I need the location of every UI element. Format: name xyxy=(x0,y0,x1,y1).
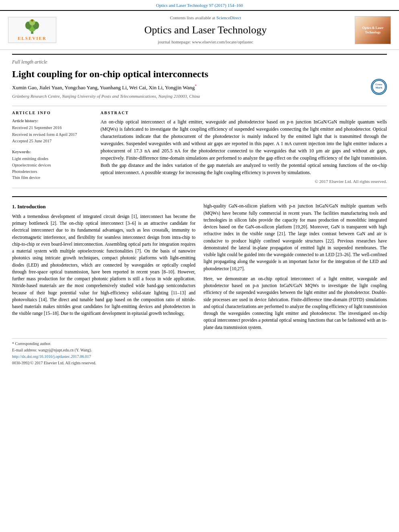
citation-text: Optics and Laser Technology 97 (2017) 15… xyxy=(156,3,243,8)
elsevier-logo: ELSEVIER xyxy=(8,17,56,43)
doi-link[interactable]: http://dx.doi.org/10.1016/j.optlastec.20… xyxy=(12,354,91,359)
corresponding-footnote: * Corresponding author. xyxy=(12,341,387,347)
abstract-section: ABSTRACT An on-chip optical interconnect… xyxy=(101,110,387,185)
journal-title: Optics and Laser Technology xyxy=(56,23,355,37)
article-type: Full length article xyxy=(12,54,387,67)
keywords-label: Keywords: xyxy=(12,149,93,155)
kw-3: Photodetectors xyxy=(12,169,93,175)
footnote-area: * Corresponding author. E-mail address: … xyxy=(12,338,387,366)
journal-center-info: Contents lists available at ScienceDirec… xyxy=(56,15,355,45)
accepted-date: Accepted 25 June 2017 xyxy=(12,138,93,144)
body-col-left: 1. Introduction With a tremendous develo… xyxy=(12,203,195,334)
authors-list: Xumin Gao, Jialei Yuan, Yongchao Yang, Y… xyxy=(12,83,365,92)
body-col-right: high-quality GaN-on-silicon platform wit… xyxy=(204,203,387,334)
email-footnote: E-mail address: wangyj@njupt.edu.cn (Y. … xyxy=(12,347,387,353)
divider-2 xyxy=(12,188,387,188)
journal-homepage: journal homepage: www.elsevier.com/locat… xyxy=(56,39,355,45)
copyright-line: © 2017 Elsevier Ltd. All rights reserved… xyxy=(101,179,387,185)
svg-text:Mark: Mark xyxy=(375,86,382,89)
received-date: Received 21 September 2016 xyxy=(12,125,93,131)
abstract-label: ABSTRACT xyxy=(101,110,387,116)
sciencedirect-link[interactable]: ScienceDirect xyxy=(216,15,241,20)
divider-1 xyxy=(12,106,387,106)
intro-col2-para1: high-quality GaN-on-silicon platform wit… xyxy=(204,203,387,272)
cover-label: Optics & LaserTechnology xyxy=(361,24,385,36)
article-title: Light coupling for on-chip optical inter… xyxy=(12,68,365,80)
abstract-text: An on-chip optical interconnect of a lig… xyxy=(101,118,387,176)
crossmark-badge: Cross Mark xyxy=(371,79,387,95)
kw-4: Thin film device xyxy=(12,175,93,181)
journal-citation: Optics and Laser Technology 97 (2017) 15… xyxy=(0,0,399,10)
intro-col2-para2: Here, we demonstrate an on-chip optical … xyxy=(204,275,387,331)
issn-line: 0030-3992/© 2017 Elsevier Ltd. All right… xyxy=(12,360,387,366)
article-history-title: Article history: xyxy=(12,118,93,124)
article-info-section: ARTICLE INFO Article history: Received 2… xyxy=(12,110,93,185)
abstract-body: An on-chip optical interconnect of a lig… xyxy=(101,118,387,176)
article-header: Full length article Light coupling for o… xyxy=(12,54,387,103)
main-body: 1. Introduction With a tremendous develo… xyxy=(12,196,387,334)
article-content: Full length article Light coupling for o… xyxy=(0,54,399,366)
crossmark-container: Cross Mark xyxy=(371,79,387,95)
revised-date: Received in revised form 4 April 2017 xyxy=(12,132,93,138)
svg-text:Cross: Cross xyxy=(376,83,383,86)
kw-1: Light emitting diodes xyxy=(12,156,93,162)
kw-2: Optoelectronic devices xyxy=(12,162,93,168)
intro-heading: 1. Introduction xyxy=(12,203,195,211)
corresponding-mark: * xyxy=(195,84,197,88)
journal-cover-image: Optics & LaserTechnology xyxy=(355,16,391,44)
svg-point-5 xyxy=(31,19,33,22)
affiliation: Grünberg Research Centre, Nanjing Univer… xyxy=(12,93,365,99)
article-info-abstract: ARTICLE INFO Article history: Received 2… xyxy=(12,110,387,185)
elsevier-brand: ELSEVIER xyxy=(18,35,47,41)
journal-header: ELSEVIER Contents lists available at Sci… xyxy=(0,10,399,49)
contents-available: Contents lists available at ScienceDirec… xyxy=(56,15,355,21)
article-info-label: ARTICLE INFO xyxy=(12,110,93,116)
body-two-col: 1. Introduction With a tremendous develo… xyxy=(12,203,387,334)
intro-para-1: With a tremendous development of integra… xyxy=(12,213,195,317)
keywords-section: Keywords: Light emitting diodes Optoelec… xyxy=(12,149,93,181)
authors-text: Xumin Gao, Jialei Yuan, Yongchao Yang, Y… xyxy=(12,84,195,90)
